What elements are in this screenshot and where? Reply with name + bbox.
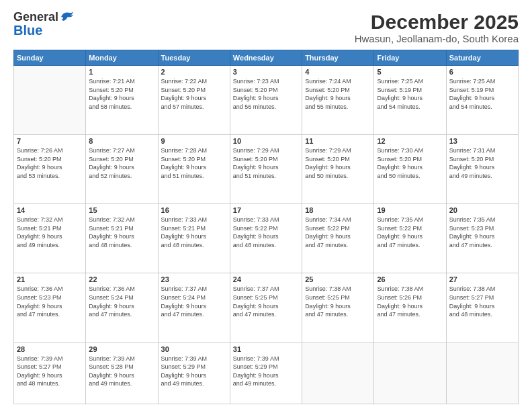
day-info: Sunrise: 7:30 AMSunset: 5:20 PMDaylight:… [377,146,443,180]
calendar-cell: 3Sunrise: 7:23 AMSunset: 5:20 PMDaylight… [230,66,302,135]
calendar-cell: 10Sunrise: 7:29 AMSunset: 5:20 PMDayligh… [230,135,302,204]
calendar-cell [14,66,86,135]
day-number: 19 [377,206,443,214]
day-info: Sunrise: 7:38 AMSunset: 5:25 PMDaylight:… [305,285,371,318]
calendar-cell: 18Sunrise: 7:34 AMSunset: 5:22 PMDayligh… [302,204,374,273]
calendar-cell: 14Sunrise: 7:32 AMSunset: 5:21 PMDayligh… [14,204,86,273]
day-number: 30 [161,345,227,353]
day-number: 7 [17,137,83,145]
day-info: Sunrise: 7:27 AMSunset: 5:20 PMDaylight:… [89,146,154,180]
week-row-2: 7Sunrise: 7:26 AMSunset: 5:20 PMDaylight… [14,135,519,204]
day-info: Sunrise: 7:28 AMSunset: 5:20 PMDaylight:… [161,146,227,180]
day-info: Sunrise: 7:25 AMSunset: 5:19 PMDaylight:… [449,77,515,111]
day-info: Sunrise: 7:37 AMSunset: 5:24 PMDaylight:… [161,285,227,318]
day-info: Sunrise: 7:39 AMSunset: 5:29 PMDaylight:… [161,355,227,388]
logo-bird-icon [60,10,75,22]
day-number: 26 [377,275,443,283]
day-number: 20 [449,206,515,214]
calendar-cell: 11Sunrise: 7:29 AMSunset: 5:20 PMDayligh… [302,135,374,204]
day-number: 3 [233,68,299,76]
day-info: Sunrise: 7:39 AMSunset: 5:27 PMDaylight:… [17,355,83,388]
col-header-wednesday: Wednesday [230,50,302,66]
calendar-table: SundayMondayTuesdayWednesdayThursdayFrid… [13,50,519,404]
calendar-cell: 9Sunrise: 7:28 AMSunset: 5:20 PMDaylight… [158,135,230,204]
calendar-cell: 17Sunrise: 7:33 AMSunset: 5:22 PMDayligh… [230,204,302,273]
day-info: Sunrise: 7:35 AMSunset: 5:22 PMDaylight:… [377,216,443,249]
col-header-sunday: Sunday [14,50,86,66]
calendar-cell: 20Sunrise: 7:35 AMSunset: 5:23 PMDayligh… [446,204,518,273]
day-info: Sunrise: 7:36 AMSunset: 5:24 PMDaylight:… [89,285,154,318]
day-info: Sunrise: 7:39 AMSunset: 5:29 PMDaylight:… [233,355,299,388]
day-info: Sunrise: 7:33 AMSunset: 5:22 PMDaylight:… [233,216,299,249]
day-info: Sunrise: 7:36 AMSunset: 5:23 PMDaylight:… [17,285,83,318]
day-info: Sunrise: 7:29 AMSunset: 5:20 PMDaylight:… [233,146,299,180]
day-info: Sunrise: 7:32 AMSunset: 5:21 PMDaylight:… [89,216,154,249]
calendar-cell: 26Sunrise: 7:38 AMSunset: 5:26 PMDayligh… [374,273,446,342]
calendar-cell: 1Sunrise: 7:21 AMSunset: 5:20 PMDaylight… [86,66,158,135]
day-number: 18 [305,206,371,214]
calendar-cell: 31Sunrise: 7:39 AMSunset: 5:29 PMDayligh… [230,342,302,404]
day-info: Sunrise: 7:33 AMSunset: 5:21 PMDaylight:… [161,216,227,249]
day-number: 28 [17,345,83,353]
day-info: Sunrise: 7:24 AMSunset: 5:20 PMDaylight:… [305,77,371,111]
day-info: Sunrise: 7:38 AMSunset: 5:27 PMDaylight:… [449,285,515,318]
calendar-cell: 2Sunrise: 7:22 AMSunset: 5:20 PMDaylight… [158,66,230,135]
calendar-cell: 16Sunrise: 7:33 AMSunset: 5:21 PMDayligh… [158,204,230,273]
calendar-cell: 19Sunrise: 7:35 AMSunset: 5:22 PMDayligh… [374,204,446,273]
day-info: Sunrise: 7:22 AMSunset: 5:20 PMDaylight:… [161,77,227,111]
calendar-cell: 27Sunrise: 7:38 AMSunset: 5:27 PMDayligh… [446,273,518,342]
day-info: Sunrise: 7:29 AMSunset: 5:20 PMDaylight:… [305,146,371,180]
logo: General Blue [13,11,75,38]
day-number: 23 [161,275,227,283]
calendar-cell: 24Sunrise: 7:37 AMSunset: 5:25 PMDayligh… [230,273,302,342]
day-info: Sunrise: 7:39 AMSunset: 5:28 PMDaylight:… [89,355,154,388]
calendar-cell: 29Sunrise: 7:39 AMSunset: 5:28 PMDayligh… [86,342,158,404]
calendar-cell: 12Sunrise: 7:30 AMSunset: 5:20 PMDayligh… [374,135,446,204]
col-header-friday: Friday [374,50,446,66]
calendar-cell: 4Sunrise: 7:24 AMSunset: 5:20 PMDaylight… [302,66,374,135]
col-header-tuesday: Tuesday [158,50,230,66]
calendar-cell: 30Sunrise: 7:39 AMSunset: 5:29 PMDayligh… [158,342,230,404]
day-number: 5 [377,68,443,76]
day-number: 1 [89,68,154,76]
day-info: Sunrise: 7:31 AMSunset: 5:20 PMDaylight:… [449,146,515,180]
day-number: 10 [233,137,299,145]
day-number: 12 [377,137,443,145]
day-number: 4 [305,68,371,76]
page: General Blue December 2025 Hwasun, Jeoll… [0,0,532,411]
calendar-subtitle: Hwasun, Jeollanam-do, South Korea [355,33,519,44]
day-info: Sunrise: 7:21 AMSunset: 5:20 PMDaylight:… [89,77,154,111]
calendar-cell: 13Sunrise: 7:31 AMSunset: 5:20 PMDayligh… [446,135,518,204]
day-number: 21 [17,275,83,283]
day-number: 9 [161,137,227,145]
calendar-cell [302,342,374,404]
day-number: 2 [161,68,227,76]
calendar-cell: 7Sunrise: 7:26 AMSunset: 5:20 PMDaylight… [14,135,86,204]
col-header-monday: Monday [86,50,158,66]
day-number: 27 [449,275,515,283]
day-info: Sunrise: 7:35 AMSunset: 5:23 PMDaylight:… [449,216,515,249]
day-info: Sunrise: 7:26 AMSunset: 5:20 PMDaylight:… [17,146,83,180]
week-row-1: 1Sunrise: 7:21 AMSunset: 5:20 PMDaylight… [14,66,519,135]
logo-blue-text: Blue [13,23,42,38]
day-number: 13 [449,137,515,145]
logo-general-text: General [13,10,58,24]
day-number: 29 [89,345,154,353]
col-header-saturday: Saturday [446,50,518,66]
day-number: 22 [89,275,154,283]
day-number: 8 [89,137,154,145]
calendar-cell: 23Sunrise: 7:37 AMSunset: 5:24 PMDayligh… [158,273,230,342]
calendar-cell: 6Sunrise: 7:25 AMSunset: 5:19 PMDaylight… [446,66,518,135]
week-row-4: 21Sunrise: 7:36 AMSunset: 5:23 PMDayligh… [14,273,519,342]
calendar-cell: 22Sunrise: 7:36 AMSunset: 5:24 PMDayligh… [86,273,158,342]
day-info: Sunrise: 7:38 AMSunset: 5:26 PMDaylight:… [377,285,443,318]
day-number: 14 [17,206,83,214]
day-number: 24 [233,275,299,283]
calendar-cell [374,342,446,404]
day-number: 11 [305,137,371,145]
calendar-title: December 2025 [355,11,519,33]
calendar-cell: 15Sunrise: 7:32 AMSunset: 5:21 PMDayligh… [86,204,158,273]
calendar-cell: 21Sunrise: 7:36 AMSunset: 5:23 PMDayligh… [14,273,86,342]
day-info: Sunrise: 7:34 AMSunset: 5:22 PMDaylight:… [305,216,371,249]
day-number: 25 [305,275,371,283]
